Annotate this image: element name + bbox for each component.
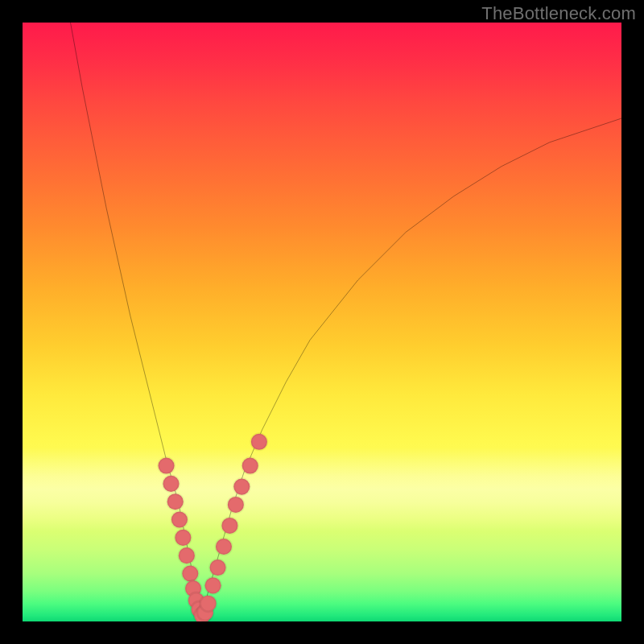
bottleneck-curve [71,23,621,616]
data-point [182,565,198,581]
data-point [200,596,217,612]
data-point [210,559,226,576]
data-point [216,539,232,555]
dots-right [197,434,267,621]
outer-frame: TheBottleneck.com [0,0,644,644]
data-point [167,493,184,510]
data-point [221,518,237,534]
data-point [233,479,250,495]
data-point [163,476,179,492]
plot-area [23,23,621,621]
data-point [242,458,258,474]
data-point [171,511,188,527]
data-point [228,497,244,513]
data-point [205,577,221,593]
data-point [175,530,191,546]
watermark-text: TheBottleneck.com [481,3,636,24]
data-point [251,434,267,450]
chart-svg [23,23,621,621]
data-point [179,547,195,564]
data-point [159,458,175,474]
